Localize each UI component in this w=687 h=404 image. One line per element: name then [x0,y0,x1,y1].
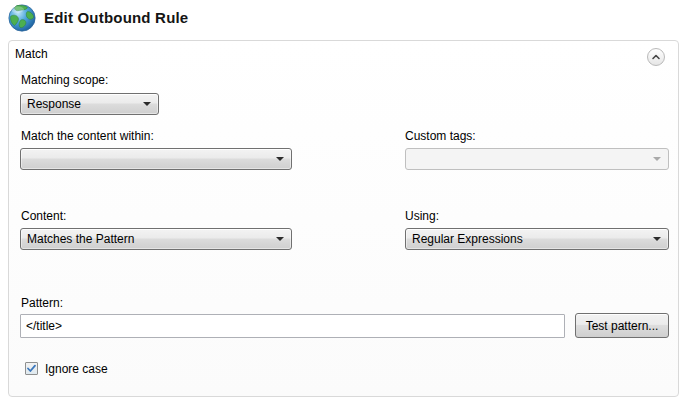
chevron-down-icon [143,102,151,106]
collapse-section-button[interactable] [647,48,665,66]
content-value: Matches the Pattern [21,232,276,246]
custom-tags-select [405,148,669,170]
matching-scope-label: Matching scope: [21,73,108,87]
content-select[interactable]: Matches the Pattern [20,228,292,250]
chevron-up-icon [651,52,661,62]
match-section: Match Matching scope: Response Match the… [8,40,679,397]
pattern-input[interactable] [20,314,565,338]
using-select[interactable]: Regular Expressions [405,228,669,250]
chevron-down-icon [276,157,284,161]
page-title: Edit Outbound Rule [44,9,188,26]
ignore-case-checkbox[interactable] [25,362,38,375]
pattern-label: Pattern: [21,296,63,310]
using-label: Using: [405,209,439,223]
test-pattern-button[interactable]: Test pattern... [575,313,669,338]
custom-tags-label: Custom tags: [405,129,476,143]
match-content-within-select[interactable] [20,148,292,170]
match-content-within-label: Match the content within: [21,129,154,143]
checkmark-icon [26,363,37,374]
matching-scope-value: Response [21,97,143,111]
matching-scope-select[interactable]: Response [20,93,159,115]
content-label: Content: [21,209,66,223]
match-section-title: Match [15,47,48,61]
chevron-down-icon [653,237,661,241]
chevron-down-icon [276,237,284,241]
globe-icon [7,3,37,33]
edit-outbound-rule-dialog: Edit Outbound Rule Match Matching scope:… [0,0,687,404]
ignore-case-label[interactable]: Ignore case [45,362,108,376]
chevron-down-icon [653,157,661,161]
using-value: Regular Expressions [406,232,653,246]
